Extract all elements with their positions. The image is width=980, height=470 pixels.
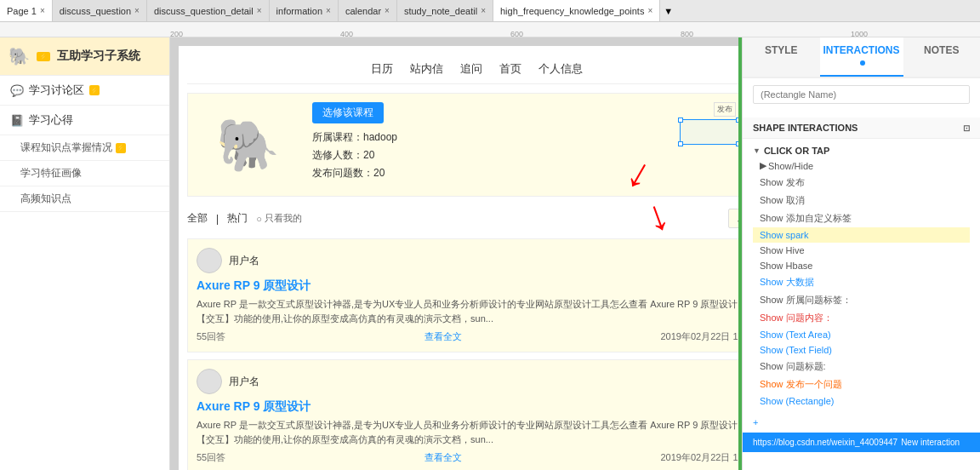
tab-label: Page 1 [7, 6, 37, 16]
bottom-url-bar[interactable]: https://blog.csdn.net/weixin_44009447 Ne… [743, 433, 980, 452]
post-date: 2019年02月22日 12:00 [660, 451, 738, 464]
interaction-show-hbase[interactable]: Show Hbase [753, 258, 970, 273]
post-content: Axure RP 是一款交互式原型设计神器,是专为UX专业人员和业务分析师设计的… [197, 297, 738, 325]
sidebar-item-knowledge[interactable]: 课程知识点掌握情况 ⚡ [0, 135, 169, 161]
interaction-label: Show 取消 [760, 194, 805, 207]
interaction-group-click: ▼ CLICK OR TAP ▶ Show/Hide Show 发布 Show … [743, 139, 980, 412]
only-mine-label: 只看我的 [265, 212, 302, 225]
sidebar-item-notes[interactable]: 📓 学习心得 [0, 106, 169, 135]
tab-interactions[interactable]: INTERACTIONS [820, 37, 903, 77]
post-card-2: ⚡ 用户名 Axure RP 9 原型设计 Axure RP 是一款交互式原型设… [187, 359, 738, 470]
ruler: 200 400 600 800 1000 [0, 22, 980, 37]
tab-label: high_frequency_knowledge_points [500, 6, 644, 16]
expand-icon[interactable]: ⊡ [963, 123, 970, 133]
nav-followup[interactable]: 追问 [460, 61, 482, 77]
ruler-mark: 200 [170, 30, 183, 38]
interaction-show-rectangle[interactable]: Show (Rectangle) [753, 393, 970, 409]
close-icon[interactable]: × [481, 6, 486, 15]
canvas-top-nav: 日历 站内信 追问 首页 个人信息 [187, 54, 738, 84]
tab-page1[interactable]: Page 1 × [0, 0, 53, 21]
tab-information[interactable]: information × [270, 0, 339, 21]
post-title[interactable]: Axure RP 9 原型设计 [197, 399, 738, 415]
post-button[interactable]: 发布 [728, 209, 738, 228]
post-button-small[interactable]: 发布 [714, 102, 736, 117]
url-text: https://blog.csdn.net/weixin_44009447 [753, 438, 897, 447]
close-icon[interactable]: × [134, 6, 140, 15]
interaction-show-text-area[interactable]: Show (Text Area) [753, 327, 970, 342]
close-icon[interactable]: × [647, 6, 652, 15]
nav-profile[interactable]: 个人信息 [538, 61, 583, 77]
post-title[interactable]: Axure RP 9 原型设计 [197, 278, 738, 294]
tab-discuss-question[interactable]: discuss_question × [53, 0, 147, 21]
sidebar-item-high-freq[interactable]: 高频知识点 [0, 186, 169, 212]
sidebar-item-profile[interactable]: 学习特征画像 [0, 161, 169, 186]
click-or-tap-header: ▼ CLICK OR TAP [753, 142, 970, 158]
sidebar-item-label: 课程知识点掌握情况 [20, 140, 112, 155]
tab-notes[interactable]: NOTES [903, 37, 981, 77]
canvas-area[interactable]: 日历 站内信 追问 首页 个人信息 🐘 选修该课程 所属课程：hadoop 选修… [170, 37, 738, 470]
interaction-label: Show 发布一个问题 [760, 378, 842, 391]
add-interaction-button[interactable]: + [743, 412, 980, 433]
interaction-label: Show spark [760, 230, 808, 240]
interaction-show-text-field[interactable]: Show (Text Field) [753, 342, 970, 358]
close-icon[interactable]: × [257, 6, 262, 15]
interaction-label: Show (Rectangle) [760, 396, 834, 406]
tab-label: discuss_question_detail [154, 6, 254, 16]
interaction-label: Show 问题内容： [760, 312, 833, 324]
show-hide-label: Show/Hide [768, 161, 813, 171]
username: 用户名 [229, 375, 259, 389]
rectangle-name-input[interactable] [753, 85, 970, 104]
reply-count: 55回答 [197, 451, 225, 464]
nav-messages[interactable]: 站内信 [410, 61, 443, 77]
show-hide-item[interactable]: ▶ Show/Hide [753, 158, 970, 174]
course-info-area: 🐘 选修该课程 所属课程：hadoop 选修人数：20 发布问题数：20 [187, 93, 738, 197]
tab-label: study_note_deatil [404, 6, 477, 16]
nav-badge: ⚡ [89, 85, 100, 95]
course-name: 所属课程：hadoop [312, 130, 658, 145]
interaction-show-bigdata[interactable]: Show 大数据 [753, 273, 970, 291]
interaction-show-problem-tag[interactable]: Show 所属问题标签： [753, 291, 970, 309]
interactions-indicator [860, 60, 865, 66]
tab-study-note[interactable]: study_note_deatil × [397, 0, 493, 21]
chat-icon: 💬 [10, 84, 24, 97]
post-footer: 55回答 查看全文 2019年02月22日 12:00 [197, 330, 738, 343]
sidebar-item-discussion[interactable]: 💬 学习讨论区 ⚡ [0, 76, 169, 106]
interaction-show-publish[interactable]: Show 发布 [753, 174, 970, 192]
nav-badge: ⚡ [116, 143, 126, 153]
close-icon[interactable]: × [385, 6, 390, 15]
tab-discuss-question-detail[interactable]: discuss_question_detail × [147, 0, 270, 21]
expand-arrow-icon: ▶ [760, 160, 766, 171]
tab-style[interactable]: STYLE [743, 37, 820, 77]
interaction-show-problem-content[interactable]: Show 问题内容： [753, 309, 970, 327]
nav-calendar[interactable]: 日历 [371, 61, 393, 77]
handle-tr [736, 118, 738, 123]
interaction-show-hive[interactable]: Show Hive [753, 243, 970, 258]
post-content: Axure RP 是一款交互式原型设计神器,是专为UX专业人员和业务分析师设计的… [197, 418, 738, 446]
elephant-image: 🐘 [197, 102, 299, 187]
post-card-1: ⚡ 用户名 Axure RP 9 原型设计 Axure RP 是一款交互式原型设… [187, 238, 738, 352]
interaction-show-custom-tag[interactable]: Show 添加自定义标签 [753, 209, 970, 227]
main-layout: 🐘 ⚡ 互助学习子系统 💬 学习讨论区 ⚡ 📓 学习心得 课程知识点掌握情况 ⚡… [0, 37, 980, 470]
interaction-show-problem-title[interactable]: Show 问题标题: [753, 358, 970, 375]
view-all-link[interactable]: 查看全文 [424, 451, 462, 464]
filter-option1[interactable]: | [216, 213, 219, 225]
close-icon[interactable]: × [326, 6, 331, 15]
interaction-label: Show 问题标题: [760, 360, 826, 373]
logo-icon: 🐘 [9, 46, 30, 66]
tab-calendar[interactable]: calendar × [339, 0, 397, 21]
interaction-label: Show 发布 [760, 176, 805, 189]
checkbox-icon: ○ [256, 214, 262, 224]
close-icon[interactable]: × [40, 6, 45, 15]
interaction-show-publish-problem[interactable]: Show 发布一个问题 [753, 375, 970, 393]
interaction-show-spark[interactable]: Show spark [753, 227, 970, 243]
tab-high-frequency[interactable]: high_frequency_knowledge_points × [493, 0, 660, 21]
interaction-show-cancel[interactable]: Show 取消 [753, 192, 970, 209]
click-or-tap-label: CLICK OR TAP [764, 146, 829, 156]
tab-label: calendar [345, 6, 381, 16]
nav-home[interactable]: 首页 [499, 61, 521, 77]
select-course-button[interactable]: 选修该课程 [312, 102, 384, 123]
tab-more-button[interactable]: ▼ [660, 6, 676, 16]
filter-option2[interactable]: 热门 [227, 211, 248, 226]
view-all-link[interactable]: 查看全文 [424, 330, 462, 343]
only-mine-checkbox[interactable]: ○ 只看我的 [256, 212, 302, 225]
